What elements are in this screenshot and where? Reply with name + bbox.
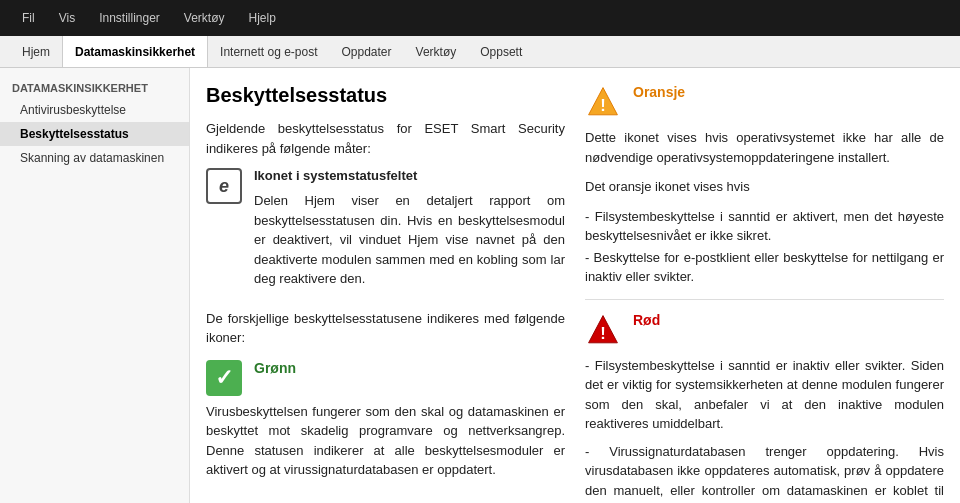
system-icon-label-text: Ikonet i systemstatusfeltet bbox=[254, 168, 565, 183]
red-label: Rød bbox=[633, 312, 660, 328]
content-area: Beskyttelsesstatus Gjeldende beskyttelse… bbox=[190, 68, 960, 503]
subnav-oppdater[interactable]: Oppdater bbox=[330, 36, 404, 67]
eset-icon-row: e Ikonet i systemstatusfeltet Delen Hjem… bbox=[206, 168, 565, 299]
sidebar-section-header: Datamaskinsikkerhet bbox=[0, 76, 189, 98]
system-icon-label: Ikonet i systemstatusfeltet Delen Hjem v… bbox=[254, 168, 565, 299]
eset-e-icon: e bbox=[206, 168, 242, 204]
orange-content: Oransje bbox=[633, 84, 685, 104]
article-intro: Gjeldende beskyttelsesstatus for ESET Sm… bbox=[206, 119, 565, 158]
nav-hjelp[interactable]: Hjelp bbox=[237, 0, 288, 36]
icons-intro: De forskjellige beskyttelsesstatusene in… bbox=[206, 309, 565, 348]
nav-vis[interactable]: Vis bbox=[47, 0, 87, 36]
system-icon-text: Delen Hjem viser en detaljert rapport om… bbox=[254, 191, 565, 289]
svg-text:!: ! bbox=[600, 323, 606, 342]
page-container: Fil Vis Innstillinger Verktøy Hjelp Hjem… bbox=[0, 0, 960, 503]
red-warning-icon: ! bbox=[585, 312, 621, 348]
article-title: Beskyttelsesstatus bbox=[206, 84, 565, 107]
orange-warning-icon: ! bbox=[585, 84, 621, 120]
eset-icon-block: e bbox=[206, 168, 242, 204]
divider bbox=[585, 299, 944, 300]
nav-innstillinger[interactable]: Innstillinger bbox=[87, 0, 172, 36]
red-icon-row: ! Rød bbox=[585, 312, 944, 348]
article: Beskyttelsesstatus Gjeldende beskyttelse… bbox=[190, 68, 960, 503]
sub-nav: Hjem Datamaskinsikkerhet Internett og e-… bbox=[0, 36, 960, 68]
sidebar-item-skanning[interactable]: Skanning av datamaskinen bbox=[0, 146, 189, 170]
subnav-verktoy[interactable]: Verktøy bbox=[404, 36, 469, 67]
subnav-hjem[interactable]: Hjem bbox=[10, 36, 62, 67]
orange-label: Oransje bbox=[633, 84, 685, 100]
sidebar-item-antivirus[interactable]: Antivirusbeskyttelse bbox=[0, 98, 189, 122]
red-content: Rød bbox=[633, 312, 660, 332]
orange-bullet-1: - Filsystembeskyttelse i sanntid er akti… bbox=[585, 207, 944, 246]
orange-intro-text: Dette ikonet vises hvis operativsystemet… bbox=[585, 128, 944, 167]
orange-bullet-2: - Beskyttelse for e-postklient eller bes… bbox=[585, 248, 944, 287]
top-nav: Fil Vis Innstillinger Verktøy Hjelp bbox=[0, 0, 960, 36]
sidebar-item-beskyttelsesstatus[interactable]: Beskyttelsesstatus bbox=[0, 122, 189, 146]
subnav-datamaskinsikkerhet[interactable]: Datamaskinsikkerhet bbox=[62, 36, 208, 67]
green-content: Grønn bbox=[254, 360, 296, 380]
left-column: Beskyttelsesstatus Gjeldende beskyttelse… bbox=[206, 84, 565, 503]
red-bullets-list: - Filsystembeskyttelse i sanntid er inak… bbox=[585, 356, 944, 504]
green-text: Virusbeskyttelsen fungerer som den skal … bbox=[206, 402, 565, 480]
right-column: ! Oransje Dette ikonet vises hvis operat… bbox=[585, 84, 944, 503]
red-bullet-1: - Filsystembeskyttelse i sanntid er inak… bbox=[585, 356, 944, 434]
nav-verktoy[interactable]: Verktøy bbox=[172, 0, 237, 36]
red-bullet-2: - Virussignaturdatabasen trenger oppdate… bbox=[585, 442, 944, 504]
orange-subheader-text: Det oransje ikonet vises hvis bbox=[585, 177, 944, 197]
main-content: Datamaskinsikkerhet Antivirusbeskyttelse… bbox=[0, 68, 960, 503]
green-label: Grønn bbox=[254, 360, 296, 376]
green-check-icon: ✓ bbox=[206, 360, 242, 396]
nav-fil[interactable]: Fil bbox=[10, 0, 47, 36]
red-icon-block: ! bbox=[585, 312, 621, 348]
orange-bullets-list: - Filsystembeskyttelse i sanntid er akti… bbox=[585, 207, 944, 287]
orange-icon-block: ! bbox=[585, 84, 621, 120]
orange-icon-row: ! Oransje bbox=[585, 84, 944, 120]
green-icon-row: ✓ Grønn bbox=[206, 360, 565, 396]
subnav-internett[interactable]: Internett og e-post bbox=[208, 36, 329, 67]
green-icon-block: ✓ bbox=[206, 360, 242, 396]
sidebar: Datamaskinsikkerhet Antivirusbeskyttelse… bbox=[0, 68, 190, 503]
svg-text:!: ! bbox=[600, 96, 606, 115]
subnav-oppsett[interactable]: Oppsett bbox=[468, 36, 534, 67]
